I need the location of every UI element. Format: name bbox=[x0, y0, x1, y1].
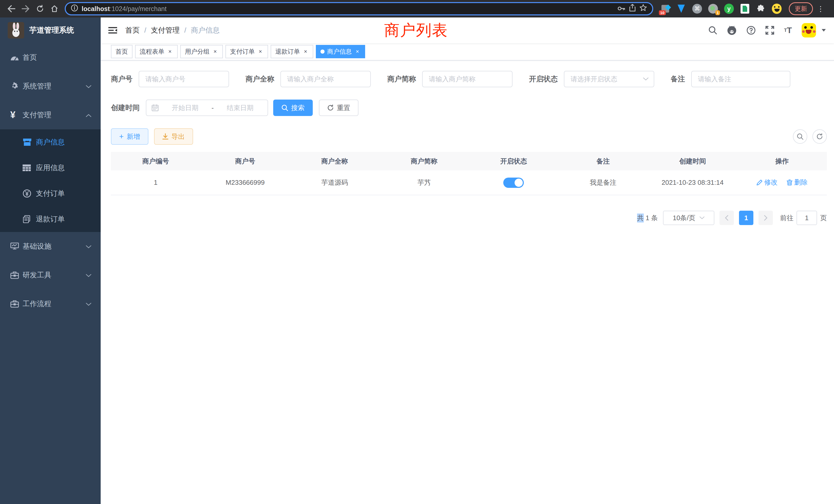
sidebar-item-infra[interactable]: 基础设施 bbox=[0, 232, 101, 261]
breadcrumb: 首页 / 支付管理 / 商户信息 bbox=[125, 25, 220, 35]
puzzle-extensions-icon[interactable] bbox=[756, 4, 766, 14]
filter-label: 商户号 bbox=[111, 74, 132, 84]
export-button[interactable]: 导出 bbox=[154, 128, 193, 145]
reset-button-label: 重置 bbox=[337, 104, 350, 112]
tag-close-icon[interactable]: × bbox=[354, 48, 360, 55]
y-extension-icon[interactable]: y bbox=[724, 4, 734, 14]
sidebar-item-merchant-info[interactable]: 商户信息 bbox=[0, 129, 101, 155]
trash-icon bbox=[787, 179, 793, 186]
tag-close-icon[interactable]: × bbox=[212, 48, 218, 55]
browser-address-bar[interactable]: localhost :1024/pay/merchant bbox=[65, 2, 653, 16]
sidebar: 芋道管理系统 首页 系统管理 ¥ 支付管理 商户信息 bbox=[0, 18, 101, 504]
filter-row-2: 创建时间 开始日期 - 结束日期 搜索 重置 bbox=[111, 99, 827, 116]
sidebar-item-pay[interactable]: ¥ 支付管理 bbox=[0, 100, 101, 129]
tag-user-group[interactable]: 用户分组× bbox=[180, 45, 223, 58]
plus-icon: + bbox=[119, 133, 124, 140]
browser-back-icon[interactable] bbox=[4, 2, 19, 16]
breadcrumb-current: 商户信息 bbox=[191, 25, 220, 35]
bookmark-star-icon[interactable] bbox=[639, 4, 647, 14]
user-avatar[interactable] bbox=[802, 23, 816, 38]
search-button[interactable]: 搜索 bbox=[273, 99, 313, 116]
status-select-placeholder: 请选择开启状态 bbox=[571, 75, 643, 84]
sidebar-item-system[interactable]: 系统管理 bbox=[0, 72, 101, 100]
tag-label: 首页 bbox=[115, 47, 128, 56]
col-header: 商户号 bbox=[200, 152, 290, 170]
breadcrumb-home[interactable]: 首页 bbox=[125, 25, 140, 35]
sidebar-item-label: 工作流程 bbox=[23, 299, 86, 309]
sidebar-item-home[interactable]: 首页 bbox=[0, 43, 101, 72]
profile-extension-icon[interactable]: 1 bbox=[708, 4, 718, 14]
emoji-extension-icon[interactable] bbox=[772, 4, 782, 14]
header-search-icon[interactable] bbox=[708, 26, 717, 35]
sidebar-item-dev-tools[interactable]: 研发工具 bbox=[0, 261, 101, 290]
monitor-chart-icon bbox=[10, 243, 23, 250]
chevron-down-icon bbox=[86, 242, 91, 250]
sidebar-item-pay-order[interactable]: 支付订单 bbox=[0, 181, 101, 206]
github-icon[interactable] bbox=[727, 26, 737, 35]
status-toggle[interactable] bbox=[503, 178, 524, 188]
refresh-table-button[interactable] bbox=[812, 129, 827, 144]
browser-menu-icon[interactable]: ⋮ bbox=[817, 5, 824, 13]
chevron-down-icon bbox=[86, 300, 91, 308]
col-header: 开启状态 bbox=[469, 152, 558, 170]
help-icon[interactable] bbox=[746, 26, 756, 35]
tag-flow-form[interactable]: 流程表单× bbox=[135, 45, 178, 58]
password-key-icon[interactable] bbox=[617, 4, 626, 14]
toggle-search-button[interactable] bbox=[793, 129, 807, 144]
tag-close-icon[interactable]: × bbox=[167, 48, 173, 55]
sidebar-item-app-info[interactable]: 应用信息 bbox=[0, 155, 101, 181]
tag-refund-order[interactable]: 退款订单× bbox=[271, 45, 313, 58]
gem-extension-icon[interactable] bbox=[676, 4, 686, 14]
merchant-full-name-input[interactable] bbox=[280, 71, 371, 87]
sidebar-item-refund-order[interactable]: 退款订单 bbox=[0, 206, 101, 232]
next-page-button[interactable] bbox=[759, 211, 773, 225]
chevron-up-icon bbox=[86, 111, 91, 119]
table-grid-icon bbox=[23, 164, 36, 171]
page-size-select[interactable]: 10条/页 bbox=[663, 211, 714, 225]
filter-label: 商户简称 bbox=[387, 74, 416, 84]
fullscreen-icon[interactable] bbox=[765, 26, 774, 35]
create-time-range-picker[interactable]: 开始日期 - 结束日期 bbox=[146, 99, 268, 116]
command-extension-icon[interactable]: ⌘ bbox=[692, 4, 702, 14]
sidebar-fold-icon[interactable] bbox=[108, 27, 117, 34]
col-header: 创建时间 bbox=[648, 152, 738, 170]
site-info-icon[interactable] bbox=[71, 4, 78, 14]
tag-close-icon[interactable]: × bbox=[303, 48, 309, 55]
merchant-short-name-input[interactable] bbox=[422, 71, 512, 87]
tag-close-icon[interactable]: × bbox=[257, 48, 263, 55]
share-icon[interactable] bbox=[629, 4, 636, 14]
add-button-label: 新增 bbox=[127, 132, 140, 141]
tag-home[interactable]: 首页 bbox=[111, 45, 132, 58]
reset-button[interactable]: 重置 bbox=[319, 99, 358, 116]
status-select[interactable]: 请选择开启状态 bbox=[564, 71, 654, 87]
tag-label: 支付订单 bbox=[230, 47, 255, 56]
browser-reload-icon[interactable] bbox=[33, 2, 47, 16]
tab-manager-extension-icon[interactable]: 10 bbox=[660, 4, 670, 14]
active-dot bbox=[321, 49, 325, 54]
calendar-icon bbox=[152, 104, 159, 111]
tag-pay-order[interactable]: 支付订单× bbox=[225, 45, 268, 58]
dashboard-icon bbox=[10, 54, 23, 61]
sidebar-item-label: 商户信息 bbox=[36, 137, 91, 147]
browser-home-icon[interactable] bbox=[47, 2, 62, 16]
toolbox-icon bbox=[10, 271, 23, 279]
tag-merchant-info[interactable]: 商户信息× bbox=[316, 45, 365, 58]
add-button[interactable]: + 新增 bbox=[111, 128, 148, 145]
sidebar-item-label: 支付订单 bbox=[36, 189, 91, 198]
app-logo-row[interactable]: 芋道管理系统 bbox=[0, 18, 101, 43]
sidebar-item-workflow[interactable]: 工作流程 bbox=[0, 290, 101, 318]
merchant-no-input[interactable] bbox=[139, 71, 229, 87]
goto-page-input[interactable] bbox=[796, 211, 817, 225]
search-button-label: 搜索 bbox=[291, 104, 305, 112]
edit-link[interactable]: 修改 bbox=[756, 178, 777, 187]
remark-input[interactable] bbox=[691, 71, 790, 87]
browser-forward-icon[interactable] bbox=[19, 2, 33, 16]
avatar-caret-icon[interactable] bbox=[822, 29, 826, 31]
delete-link[interactable]: 删除 bbox=[787, 178, 808, 187]
prev-page-button[interactable] bbox=[720, 211, 734, 225]
sheet-extension-icon[interactable] bbox=[740, 4, 750, 14]
font-size-icon[interactable]: TT bbox=[784, 26, 792, 35]
app-logo-rabbit bbox=[8, 22, 24, 39]
browser-update-button[interactable]: 更新 bbox=[789, 2, 813, 15]
page-number-1[interactable]: 1 bbox=[739, 211, 753, 225]
